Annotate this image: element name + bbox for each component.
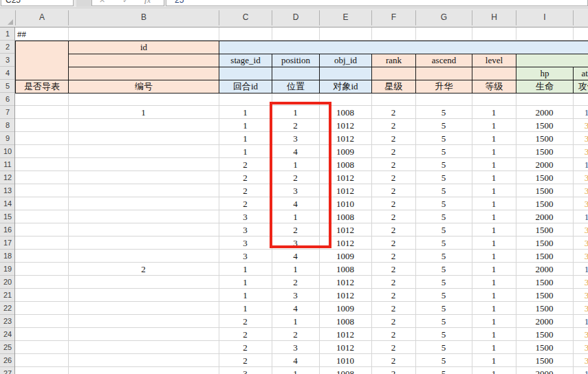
cell-F26[interactable]: 2 (371, 354, 415, 367)
annotation-rectangle[interactable] (270, 102, 331, 248)
cell-H8[interactable]: 1 (472, 119, 516, 132)
row-header-22[interactable]: 22 (0, 302, 15, 315)
cell-J14[interactable]: 3 (573, 197, 588, 210)
row-header-13[interactable]: 13 (0, 184, 15, 197)
row-header-21[interactable]: 21 (0, 289, 15, 302)
cell-E3[interactable]: obj_id (319, 54, 372, 67)
cell-D20[interactable]: 2 (272, 276, 319, 289)
cell-I8[interactable]: 1500 (516, 119, 573, 132)
select-all-corner[interactable] (0, 8, 15, 27)
cell-E24[interactable]: 1012 (319, 328, 371, 341)
cell-G16[interactable]: 5 (415, 223, 472, 236)
row-header-4[interactable]: 4 (0, 67, 15, 80)
cell-C11[interactable]: 2 (219, 158, 272, 171)
cell-F7[interactable]: 2 (371, 106, 415, 119)
cell-F9[interactable]: 2 (371, 132, 415, 145)
cell-J11[interactable]: 1 (573, 158, 588, 171)
column-header-C[interactable]: C (219, 8, 272, 27)
cell-C18[interactable]: 3 (219, 250, 272, 263)
cell-J13[interactable]: 3 (573, 184, 588, 197)
cell-H21[interactable]: 1 (472, 289, 516, 302)
cell-G18[interactable]: 5 (415, 250, 472, 263)
row-header-12[interactable]: 12 (0, 171, 15, 184)
cell-J10[interactable]: 3 (573, 145, 588, 158)
cell-C2[interactable] (219, 41, 588, 54)
row-header-7[interactable]: 7 (0, 106, 15, 119)
cell-I11[interactable]: 2000 (516, 158, 573, 171)
row-header-16[interactable]: 16 (0, 223, 15, 236)
cell-D4[interactable] (272, 67, 320, 80)
cell-F21[interactable]: 2 (371, 289, 415, 302)
row-header-6[interactable]: 6 (0, 93, 15, 106)
cell-E19[interactable]: 1008 (319, 263, 371, 276)
cell-E20[interactable]: 1012 (319, 276, 371, 289)
cell-C10[interactable]: 1 (219, 145, 272, 158)
cell-J23[interactable]: 1 (573, 315, 588, 328)
cell-G12[interactable]: 5 (415, 171, 472, 184)
cell-C8[interactable]: 1 (219, 119, 272, 132)
cell-H9[interactable]: 1 (472, 132, 516, 145)
cell-I22[interactable]: 1500 (516, 302, 573, 315)
cell-I17[interactable]: 1500 (516, 236, 573, 250)
cell-G13[interactable]: 5 (415, 184, 472, 197)
cell-G17[interactable]: 5 (415, 236, 472, 250)
cell-I9[interactable]: 1500 (516, 132, 573, 145)
cell-I3[interactable] (516, 54, 588, 67)
cell-C15[interactable]: 3 (219, 210, 272, 223)
cell-G19[interactable]: 5 (415, 263, 472, 276)
cell-J18[interactable]: 3 (573, 250, 588, 263)
cell-I5[interactable]: 生命 (516, 80, 574, 94)
cell-G10[interactable]: 5 (415, 145, 472, 158)
cell-I20[interactable]: 1500 (516, 276, 573, 289)
cell-I27[interactable]: 2000 (516, 367, 573, 374)
cell-D27[interactable]: 1 (272, 367, 319, 374)
cell-J5[interactable]: 攻击 (573, 80, 588, 94)
cell-H19[interactable]: 1 (472, 263, 516, 276)
cell-I21[interactable]: 1500 (516, 289, 573, 302)
row-header-15[interactable]: 15 (0, 210, 15, 223)
column-header-B[interactable]: B (68, 8, 219, 27)
cell-E22[interactable]: 1009 (319, 302, 371, 315)
cell-C20[interactable]: 1 (219, 276, 272, 289)
cell-C12[interactable]: 2 (219, 171, 272, 184)
cell-C23[interactable]: 2 (219, 315, 272, 328)
cell-B3[interactable] (68, 54, 219, 67)
cell-C22[interactable]: 1 (219, 302, 272, 315)
cell-E4[interactable] (319, 67, 372, 80)
cell-H27[interactable]: 1 (472, 367, 516, 374)
row-header-3[interactable]: 3 (0, 54, 15, 67)
cell-J19[interactable]: 1 (573, 263, 588, 276)
row-header-26[interactable]: 26 (0, 354, 15, 367)
cancel-icon[interactable]: ✕ (99, 0, 105, 6)
cell-G26[interactable]: 5 (415, 354, 472, 367)
row-header-1[interactable]: 1 (0, 28, 15, 41)
cell-G23[interactable]: 5 (415, 315, 472, 328)
cell-G27[interactable]: 5 (415, 367, 472, 374)
row-header-10[interactable]: 10 (0, 145, 15, 158)
cell-F19[interactable]: 2 (371, 263, 415, 276)
cell-G25[interactable]: 5 (415, 341, 472, 354)
cell-H22[interactable]: 1 (472, 302, 516, 315)
cell-F15[interactable]: 2 (371, 210, 415, 223)
cell-F16[interactable]: 2 (371, 223, 415, 236)
cell-H15[interactable]: 1 (472, 210, 516, 223)
cell-J21[interactable]: 3 (573, 289, 588, 302)
cell-F12[interactable]: 2 (371, 171, 415, 184)
cell-J24[interactable]: 3 (573, 328, 588, 341)
row-header-17[interactable]: 17 (0, 236, 15, 250)
cell-G15[interactable]: 5 (415, 210, 472, 223)
cell-B5[interactable]: 编号 (68, 80, 219, 94)
cell-E25[interactable]: 1012 (319, 341, 371, 354)
cell-C3[interactable]: stage_id (219, 54, 272, 67)
cell-F4[interactable] (371, 67, 416, 80)
cell-F25[interactable]: 2 (371, 341, 415, 354)
row-header-14[interactable]: 14 (0, 197, 15, 210)
cell-H14[interactable]: 1 (472, 197, 516, 210)
cell-J22[interactable]: 3 (573, 302, 588, 315)
cell-H13[interactable]: 1 (472, 184, 516, 197)
cell-G7[interactable]: 5 (415, 106, 472, 119)
cell-D22[interactable]: 4 (272, 302, 319, 315)
cell-B2[interactable]: id (68, 41, 219, 54)
cell-F24[interactable]: 2 (371, 328, 415, 341)
cell-F8[interactable]: 2 (371, 119, 415, 132)
